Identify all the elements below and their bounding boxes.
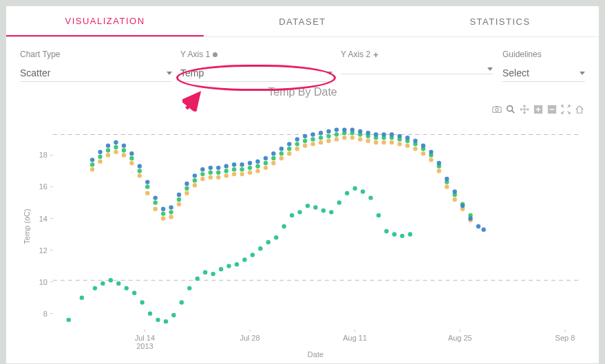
svg-point-147 [248, 166, 252, 170]
svg-point-226 [481, 227, 485, 231]
home-icon[interactable] [574, 104, 585, 115]
svg-point-150 [271, 156, 275, 160]
tabs: VISUALIZATION DATASET STATISTICS [6, 6, 599, 37]
svg-point-154 [303, 139, 307, 143]
svg-point-106 [310, 142, 315, 146]
camera-icon[interactable] [491, 104, 502, 115]
y-axis-1-value: Temp [180, 67, 204, 78]
svg-point-122 [437, 169, 441, 173]
guidelines-label: Guidelines [502, 50, 585, 59]
svg-rect-1 [493, 107, 501, 113]
svg-point-141 [200, 172, 204, 176]
svg-point-51 [203, 270, 207, 275]
svg-point-151 [279, 151, 284, 156]
svg-point-70 [352, 186, 357, 191]
svg-point-53 [219, 267, 223, 271]
svg-point-206 [326, 129, 330, 133]
svg-point-44 [148, 311, 152, 315]
svg-point-130 [114, 145, 118, 149]
svg-point-81 [114, 150, 118, 154]
svg-point-119 [413, 147, 417, 151]
svg-point-54 [226, 264, 231, 268]
svg-point-199 [271, 151, 275, 156]
svg-point-41 [125, 286, 129, 290]
zoom-icon[interactable] [505, 104, 516, 115]
svg-point-190 [200, 167, 204, 171]
svg-point-127 [90, 162, 94, 167]
svg-point-39 [109, 278, 113, 282]
zoom-in-icon[interactable] [533, 104, 544, 115]
y-axis-2-label: Y Axis 2 + [341, 50, 493, 59]
guidelines-select[interactable]: Select [502, 65, 585, 82]
svg-point-200 [279, 147, 284, 151]
chart-toolbar [491, 104, 585, 115]
svg-point-180 [122, 143, 126, 147]
chevron-down-icon [327, 72, 332, 75]
svg-point-2 [496, 108, 498, 111]
scatter-chart[interactable]: 81012141618Temp (oC)Jul 142013Jul 28Aug … [20, 116, 585, 360]
svg-point-217 [413, 139, 417, 143]
svg-point-146 [240, 167, 244, 171]
zoom-out-icon[interactable] [546, 104, 558, 115]
svg-point-216 [405, 136, 410, 140]
svg-point-35 [67, 318, 71, 322]
autoscale-icon[interactable] [560, 104, 571, 115]
svg-point-56 [242, 257, 246, 261]
svg-point-128 [98, 155, 102, 159]
svg-point-86 [153, 207, 158, 211]
y-axis-1-select[interactable]: Temp [180, 65, 332, 82]
svg-point-222 [452, 189, 456, 193]
svg-point-90 [184, 191, 189, 195]
svg-point-101 [271, 161, 275, 165]
svg-point-93 [209, 175, 213, 179]
svg-point-114 [374, 140, 378, 144]
svg-text:Aug 25: Aug 25 [448, 334, 472, 342]
y-axis-2-select[interactable] [341, 65, 493, 74]
svg-point-158 [335, 132, 339, 136]
svg-point-46 [164, 319, 168, 323]
svg-point-83 [129, 161, 134, 165]
svg-point-77 [408, 232, 412, 236]
svg-point-52 [211, 272, 215, 276]
pan-icon[interactable] [519, 104, 530, 115]
svg-point-71 [361, 189, 365, 193]
svg-point-95 [224, 173, 229, 178]
svg-point-136 [161, 211, 165, 215]
svg-point-68 [337, 200, 341, 204]
svg-point-85 [145, 191, 149, 195]
svg-point-184 [153, 195, 158, 200]
svg-point-178 [106, 143, 110, 147]
svg-point-104 [295, 147, 299, 151]
svg-point-197 [255, 159, 259, 163]
svg-point-156 [319, 136, 323, 140]
plus-icon[interactable]: + [373, 52, 379, 57]
svg-point-69 [345, 191, 349, 195]
svg-point-219 [429, 150, 433, 154]
svg-point-155 [310, 137, 315, 141]
svg-point-204 [310, 132, 315, 136]
svg-point-62 [290, 213, 294, 217]
svg-point-117 [397, 142, 401, 146]
svg-point-131 [122, 148, 126, 152]
svg-point-225 [476, 224, 480, 228]
svg-point-75 [392, 232, 396, 236]
tab-statistics[interactable]: STATISTICS [401, 6, 599, 36]
svg-point-96 [232, 172, 236, 176]
chart-type-select[interactable]: Scatter [20, 65, 172, 82]
svg-text:16: 16 [39, 182, 47, 191]
svg-point-72 [368, 195, 372, 200]
svg-point-74 [384, 229, 388, 233]
tab-dataset[interactable]: DATASET [204, 6, 401, 36]
svg-point-176 [90, 158, 94, 162]
svg-point-89 [177, 202, 181, 206]
svg-point-115 [381, 140, 385, 144]
chart-type-value: Scatter [20, 67, 50, 78]
svg-point-78 [90, 167, 94, 171]
controls-row: Chart Type Scatter Y Axis 1 Temp [6, 37, 599, 85]
svg-point-224 [468, 216, 472, 220]
svg-point-133 [138, 169, 142, 173]
svg-point-79 [98, 159, 102, 163]
svg-point-149 [264, 161, 268, 165]
tab-visualization[interactable]: VISUALIZATION [6, 6, 204, 36]
svg-point-218 [421, 143, 425, 147]
